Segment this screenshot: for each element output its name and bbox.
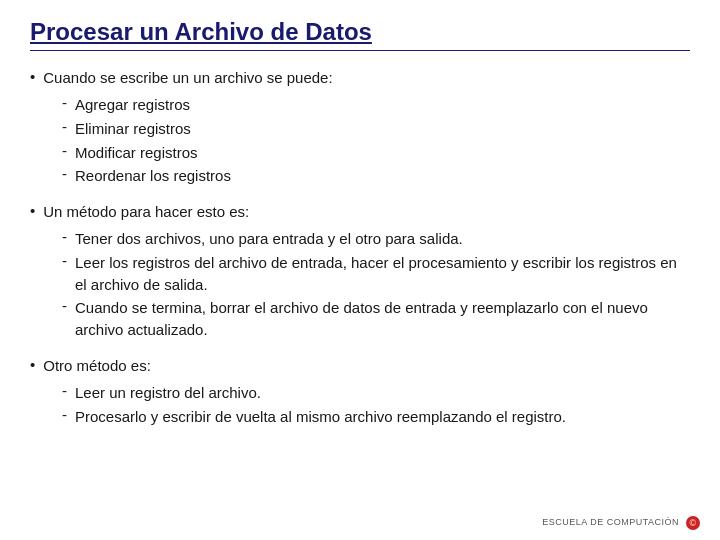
section-1-heading-row: • Cuando se escribe un un archivo se pue… <box>30 67 690 88</box>
list-item: - Reordenar los registros <box>62 165 690 187</box>
item-text: Tener dos archivos, uno para entrada y e… <box>75 228 463 250</box>
footer: ESCUELA DE COMPUTACIÓN © <box>542 516 700 530</box>
item-text: Leer los registros del archivo de entrad… <box>75 252 690 296</box>
section-2-list: - Tener dos archivos, uno para entrada y… <box>62 228 690 341</box>
list-item: - Modificar registros <box>62 142 690 164</box>
list-item: - Procesarlo y escribir de vuelta al mis… <box>62 406 690 428</box>
list-item: - Agregar registros <box>62 94 690 116</box>
bullet-1: • <box>30 68 35 85</box>
item-text: Agregar registros <box>75 94 190 116</box>
section-3-heading: Otro método es: <box>43 355 151 376</box>
footer-text: ESCUELA DE COMPUTACIÓN <box>542 517 679 527</box>
list-item: - Cuando se termina, borrar el archivo d… <box>62 297 690 341</box>
section-2: • Un método para hacer esto es: - Tener … <box>30 201 690 341</box>
section-2-heading: Un método para hacer esto es: <box>43 201 249 222</box>
dash: - <box>62 118 67 135</box>
dash: - <box>62 165 67 182</box>
bullet-3: • <box>30 356 35 373</box>
list-item: - Leer los registros del archivo de entr… <box>62 252 690 296</box>
section-3: • Otro método es: - Leer un registro del… <box>30 355 690 428</box>
item-text: Leer un registro del archivo. <box>75 382 261 404</box>
dash: - <box>62 382 67 399</box>
item-text: Cuando se termina, borrar el archivo de … <box>75 297 690 341</box>
dash: - <box>62 142 67 159</box>
list-item: - Eliminar registros <box>62 118 690 140</box>
dash: - <box>62 406 67 423</box>
list-item: - Leer un registro del archivo. <box>62 382 690 404</box>
bullet-2: • <box>30 202 35 219</box>
dash: - <box>62 228 67 245</box>
section-3-heading-row: • Otro método es: <box>30 355 690 376</box>
section-1-list: - Agregar registros - Eliminar registros… <box>62 94 690 187</box>
list-item: - Tener dos archivos, uno para entrada y… <box>62 228 690 250</box>
item-text: Eliminar registros <box>75 118 191 140</box>
dash: - <box>62 297 67 314</box>
footer-icon: © <box>686 516 700 530</box>
section-1: • Cuando se escribe un un archivo se pue… <box>30 67 690 187</box>
page-title: Procesar un Archivo de Datos <box>30 18 690 51</box>
section-3-list: - Leer un registro del archivo. - Proces… <box>62 382 690 428</box>
dash: - <box>62 94 67 111</box>
page-container: Procesar un Archivo de Datos • Cuando se… <box>0 0 720 540</box>
item-text: Modificar registros <box>75 142 198 164</box>
item-text: Procesarlo y escribir de vuelta al mismo… <box>75 406 566 428</box>
section-1-heading: Cuando se escribe un un archivo se puede… <box>43 67 332 88</box>
section-2-heading-row: • Un método para hacer esto es: <box>30 201 690 222</box>
item-text: Reordenar los registros <box>75 165 231 187</box>
dash: - <box>62 252 67 269</box>
